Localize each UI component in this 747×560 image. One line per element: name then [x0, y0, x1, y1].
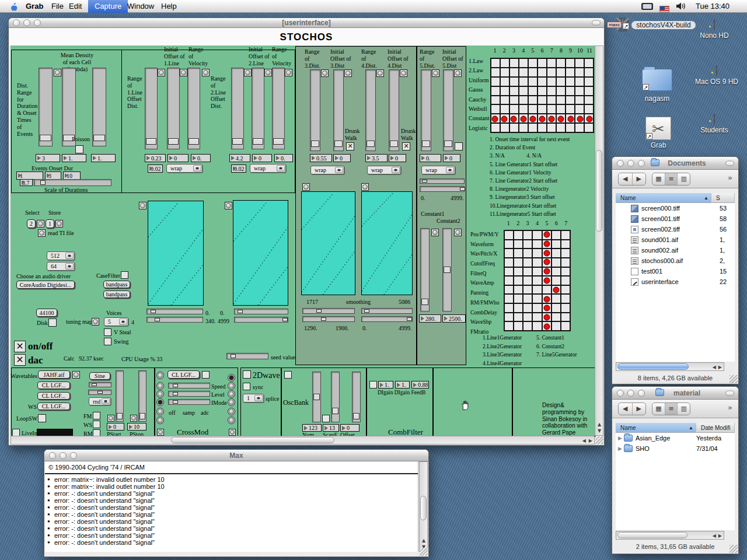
matrix-cell[interactable] — [491, 105, 500, 113]
voices-menu[interactable]: 5 — [104, 317, 128, 326]
folder-row[interactable]: ▶SHO7/31/04 — [616, 443, 735, 454]
file-row[interactable]: screen002.tiff56 — [616, 224, 735, 235]
constant1-slider[interactable] — [420, 228, 430, 312]
matrix-cell[interactable] — [510, 105, 518, 113]
mid-waveform-display-2[interactable] — [361, 191, 413, 295]
resize-grip[interactable] — [420, 548, 428, 556]
select-bang[interactable] — [37, 220, 44, 228]
matrix-cell[interactable] — [552, 304, 560, 312]
matrix-dot[interactable] — [492, 116, 498, 122]
matrix-cell[interactable] — [557, 96, 565, 104]
menu-window[interactable]: Window — [127, 0, 154, 13]
matrix-cell[interactable] — [557, 78, 565, 86]
matrix-cell[interactable] — [538, 78, 546, 86]
matrix-cell[interactable] — [514, 286, 522, 294]
line2-bang-2[interactable] — [264, 69, 272, 76]
dist4-bang-2[interactable] — [400, 69, 407, 77]
bandpass-button-2[interactable]: bandpass — [103, 290, 130, 298]
waveform-display-1[interactable] — [148, 201, 204, 306]
matrix-cell[interactable] — [529, 78, 537, 86]
matrix-cell[interactable] — [514, 276, 522, 285]
matrix-cell[interactable] — [514, 268, 522, 276]
file-row[interactable]: screen000.tiff53 — [616, 203, 735, 214]
matrix-cell[interactable] — [501, 59, 509, 67]
line1-slider-3[interactable] — [187, 68, 200, 149]
select-button[interactable]: 2 — [27, 219, 36, 228]
read-file-bang[interactable] — [38, 229, 46, 237]
dist3-drunkwalk-checkbox[interactable] — [346, 142, 354, 150]
view-switcher[interactable]: ▦≡▥ — [652, 402, 690, 415]
matrix-cell[interactable] — [575, 68, 584, 76]
twodwave-checkbox[interactable] — [243, 370, 251, 379]
matrix-cell[interactable] — [523, 295, 532, 303]
matrix-cell[interactable] — [505, 295, 513, 303]
matrix-cell[interactable] — [491, 59, 500, 67]
matrix-cell[interactable] — [547, 124, 556, 132]
display2-bang[interactable] — [225, 202, 232, 209]
combfilter-checkbox[interactable] — [369, 381, 377, 388]
crossmod-radio-r6[interactable] — [228, 416, 235, 424]
constant1-bang[interactable] — [431, 229, 439, 236]
horizontal-scrollbar[interactable]: ◀ ▶ — [616, 362, 724, 371]
scroll-left-arrow[interactable]: ◀ — [713, 365, 716, 370]
matrix-cell[interactable] — [561, 313, 570, 321]
matrix-cell[interactable] — [519, 96, 528, 104]
oscbank-num-slider[interactable] — [312, 372, 321, 422]
matrix-cell[interactable] — [538, 96, 546, 104]
oscbank-checkbox[interactable] — [284, 371, 292, 379]
display2-slider-1[interactable] — [234, 309, 288, 314]
oscbank-num-value[interactable]: 123 — [302, 424, 322, 432]
line1-value-2[interactable]: 0 — [167, 154, 189, 162]
ws-checkbox[interactable] — [93, 421, 100, 428]
date-column-header[interactable]: Date Modifi — [696, 423, 735, 433]
onset-value-1[interactable]: 1 — [16, 172, 43, 180]
matrix-cell[interactable] — [519, 87, 528, 95]
constant1-value[interactable]: 280. — [419, 314, 441, 323]
matrix-cell[interactable] — [523, 276, 532, 285]
dist5-value-1[interactable]: 0. — [420, 154, 441, 162]
desktop-icon-nono-hd[interactable]: Nono HD — [692, 20, 736, 40]
matrix-cell[interactable] — [491, 68, 500, 76]
dist4-wrap-menu[interactable]: wrap — [367, 166, 401, 174]
horizontal-scroll-thumb[interactable] — [617, 532, 687, 538]
matrix-cell[interactable] — [552, 313, 560, 321]
disclosure-triangle-icon[interactable]: ▶ — [618, 446, 624, 452]
matrix-cell[interactable] — [566, 78, 574, 86]
matrix-cell[interactable] — [547, 59, 556, 67]
dist3-bang-1[interactable] — [321, 69, 329, 77]
waveform-display-2[interactable] — [233, 200, 288, 306]
toolbar-toggle[interactable] — [725, 390, 734, 396]
line2-slider-3[interactable] — [272, 68, 285, 149]
line1-wrap-menu[interactable]: wrap — [166, 164, 203, 173]
matrix-dot[interactable] — [511, 116, 517, 122]
matrix-cell[interactable] — [538, 87, 546, 95]
matrix-dot[interactable] — [543, 314, 550, 321]
oscbank-offset-slider[interactable] — [352, 372, 361, 422]
toolbar-toggle[interactable] — [725, 160, 734, 166]
matrix-dot[interactable] — [558, 116, 564, 122]
resize-grip[interactable] — [729, 375, 738, 383]
crossmod-imode-slider[interactable] — [168, 399, 210, 405]
scroll-up-arrow[interactable]: ▲ — [598, 422, 601, 427]
wavetable-bang[interactable] — [72, 371, 80, 379]
line2-value-1[interactable]: 4.2 — [229, 154, 250, 162]
desktop-icon-macos9-hd[interactable]: Mac OS 9 HD — [687, 66, 746, 86]
matrix-cell[interactable] — [552, 231, 560, 239]
line2-bang-3[interactable] — [285, 69, 292, 76]
minimize-button[interactable] — [627, 160, 634, 167]
matrix-cell[interactable] — [566, 124, 574, 132]
line1-bang-2[interactable] — [180, 69, 187, 76]
matrix-cell[interactable] — [533, 313, 541, 321]
forward-button[interactable]: ▶ — [632, 173, 646, 185]
dac-checkbox[interactable] — [14, 354, 26, 366]
dist4-value-1[interactable]: 3.5 — [365, 154, 388, 162]
dist4-range-slider[interactable] — [365, 69, 376, 151]
matrix-cell[interactable] — [575, 87, 584, 95]
matrix-cell[interactable] — [561, 249, 570, 257]
display1-slider-2[interactable] — [146, 317, 203, 323]
const-top-slider-2[interactable] — [420, 186, 465, 192]
horizontal-scroll-thumb[interactable] — [617, 363, 689, 370]
matrix-cell[interactable] — [510, 96, 518, 104]
mid1-slider-2[interactable] — [302, 316, 355, 322]
seed-slider[interactable] — [226, 353, 268, 359]
